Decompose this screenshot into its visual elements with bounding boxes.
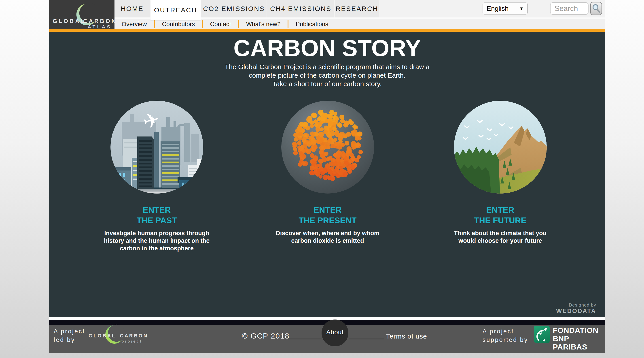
accent-bar xyxy=(49,29,605,32)
subnav-publications[interactable]: Publications xyxy=(288,21,336,28)
nav-spacer xyxy=(380,0,482,18)
search-button[interactable] xyxy=(590,2,602,15)
enter-the-future-link[interactable]: ENTER THE FUTURE xyxy=(415,205,585,226)
future-description: Think about the climate that you would c… xyxy=(415,229,585,245)
search-icon xyxy=(591,3,601,14)
city-skyline-illustration[interactable]: ✈ xyxy=(110,101,203,194)
city-illustration-svg: ✈ xyxy=(110,101,203,194)
tab-outreach[interactable]: OUTREACH xyxy=(150,0,200,20)
chevron-down-icon: ▼ xyxy=(519,6,524,11)
card-the-present: ENTER THE PRESENT Discover when, where a… xyxy=(242,101,412,245)
past-description: Investigate human progress through histo… xyxy=(72,229,242,252)
subnav-overview[interactable]: Overview xyxy=(114,21,154,28)
card-the-future: ENTER THE FUTURE Think about the climate… xyxy=(415,101,585,245)
enter-the-past-link[interactable]: ENTER THE PAST xyxy=(72,205,242,226)
supported-by-label: A project supported by xyxy=(482,327,528,344)
tab-ch4-emissions[interactable]: CH4 EMISSIONS xyxy=(267,0,334,18)
gcp-logo[interactable]: GLOBAL CARBON project xyxy=(88,325,149,353)
global-carbon-atlas-logo[interactable]: GLOBAL CARBON ATLAS xyxy=(49,0,114,29)
footer-divider-line xyxy=(287,339,322,339)
footer: A project led by GLOBAL CARBON project ©… xyxy=(49,325,605,353)
card-the-past: ✈ ENTER THE PAST Investigate human progr… xyxy=(72,101,242,252)
enter-the-present-link[interactable]: ENTER THE PRESENT xyxy=(242,205,412,226)
gcp-word-carbon: CARBON xyxy=(120,333,148,339)
subtitle-line: complete picture of the carbon cycle on … xyxy=(49,71,605,80)
footer-divider-line xyxy=(349,339,384,339)
carbon-story-panel: CARBON STORY The Global Carbon Project i… xyxy=(49,32,605,317)
subnav-whats-new[interactable]: What's new? xyxy=(239,21,288,28)
gcp-word-project: project xyxy=(122,339,142,344)
gcp-word-global: GLOBAL xyxy=(88,333,116,339)
wedodata-logo: WEDODATA xyxy=(556,308,596,314)
page-subtitle: The Global Carbon Project is a scientifi… xyxy=(49,63,605,88)
logo-word-global: GLOBAL xyxy=(53,18,86,24)
main-nav: HOME OUTREACH CO2 EMISSIONS CH4 EMISSION… xyxy=(114,0,605,18)
present-description: Discover when, where and by whom carbon … xyxy=(242,229,412,245)
mountain-landscape-illustration[interactable] xyxy=(454,101,547,194)
tab-home[interactable]: HOME xyxy=(114,0,150,18)
terms-of-use-link[interactable]: Terms of use xyxy=(386,332,427,340)
subnav-contributors[interactable]: Contributors xyxy=(155,21,202,28)
co2-dots-illustration[interactable] xyxy=(281,101,374,194)
tab-co2-emissions[interactable]: CO2 EMISSIONS xyxy=(201,0,266,18)
dots-illustration-svg xyxy=(281,101,374,194)
white-divider xyxy=(49,317,605,320)
search-input[interactable] xyxy=(550,2,588,15)
subtitle-line: Take a short tour of our carbon story. xyxy=(49,80,605,88)
sub-nav: Overview Contributors Contact What's new… xyxy=(114,19,605,29)
page-title: CARBON STORY xyxy=(49,35,605,62)
about-button[interactable]: About xyxy=(322,319,348,346)
logo-word-atlas: ATLAS xyxy=(88,24,112,30)
tab-research[interactable]: RESEARCH xyxy=(335,0,379,18)
logo-word-carbon: CARBON xyxy=(83,18,117,24)
page-container: GLOBAL CARBON ATLAS HOME OUTREACH CO2 EM… xyxy=(49,0,605,353)
bnp-square-icon xyxy=(534,326,550,343)
wedodata-credit[interactable]: Designed by WEDODATA xyxy=(556,302,596,314)
language-value: English xyxy=(486,5,508,12)
landscape-illustration-svg xyxy=(454,101,547,194)
designed-by-label: Designed by xyxy=(556,302,596,308)
bnp-paribas-logo[interactable]: FONDATION BNP PARIBAS xyxy=(534,326,605,351)
language-select[interactable]: English ▼ xyxy=(482,3,528,15)
led-by-label: A project led by xyxy=(54,327,85,344)
subtitle-line: The Global Carbon Project is a scientifi… xyxy=(49,63,605,71)
subnav-contact[interactable]: Contact xyxy=(203,21,238,28)
copyright: © GCP 2018 xyxy=(242,331,290,340)
header: GLOBAL CARBON ATLAS HOME OUTREACH CO2 EM… xyxy=(49,0,605,32)
bnp-wordmark: FONDATION BNP PARIBAS xyxy=(553,326,605,351)
